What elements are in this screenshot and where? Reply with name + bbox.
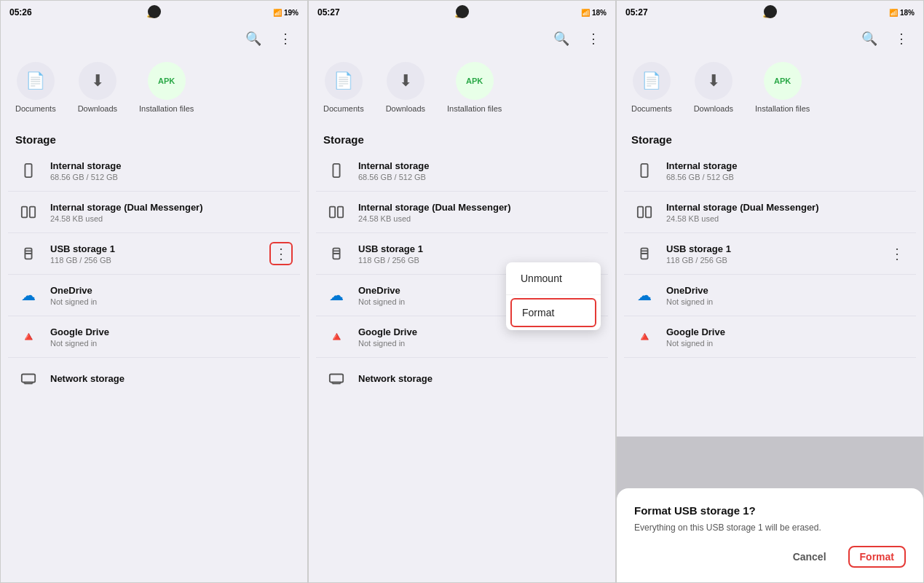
- context-menu-2: Unmount Format: [506, 262, 601, 330]
- menu-icon-1[interactable]: ⋮: [275, 28, 296, 49]
- storage-item-gdrive-3[interactable]: 🔺 Google Drive Not signed in: [624, 316, 916, 358]
- quick-access-2: 📄 Documents ⬇ Downloads APK Installation…: [309, 55, 615, 128]
- onedrive-icon-2: ☁: [323, 282, 350, 308]
- dual-icon-1: [15, 199, 42, 225]
- downloads-label-2: Downloads: [386, 104, 425, 113]
- storage-item-internal-1[interactable]: Internal storage 68.56 GB / 512 GB: [8, 150, 300, 192]
- status-time-1: 05:26: [9, 7, 32, 17]
- svg-rect-11: [638, 207, 643, 218]
- storage-list-3: Internal storage 68.56 GB / 512 GB Inter…: [617, 150, 923, 358]
- quick-item-downloads-3[interactable]: ⬇ Downloads: [694, 62, 733, 113]
- search-icon-3[interactable]: 🔍: [859, 28, 880, 49]
- storage-info-usb-1: USB storage 1 118 GB / 256 GB: [50, 243, 269, 265]
- svg-rect-0: [25, 164, 31, 177]
- storage-item-dual-2[interactable]: Internal storage (Dual Messenger) 24.58 …: [316, 192, 608, 233]
- cancel-button[interactable]: Cancel: [783, 546, 837, 568]
- camera-notch: [148, 5, 161, 18]
- svg-rect-9: [330, 375, 343, 383]
- quick-item-documents-3[interactable]: 📄 Documents: [631, 62, 672, 113]
- downloads-label-3: Downloads: [694, 104, 733, 113]
- downloads-icon-1: ⬇: [79, 62, 117, 100]
- installation-label-3: Installation files: [755, 104, 810, 113]
- quick-item-documents-1[interactable]: 📄 Documents: [15, 62, 56, 113]
- status-time-3: 05:27: [625, 7, 648, 17]
- storage-info-onedrive-1: OneDrive Not signed in: [50, 285, 293, 306]
- status-time-2: 05:27: [317, 7, 340, 17]
- storage-list-2: Internal storage 68.56 GB / 512 GB Inter…: [309, 150, 615, 399]
- documents-label-3: Documents: [631, 104, 672, 113]
- svg-rect-7: [338, 207, 343, 218]
- phone-screen-3: 05:27 🔔 📶 18% 🔍 ⋮ 📄 Documents ⬇ Download…: [616, 0, 924, 583]
- menu-icon-2[interactable]: ⋮: [583, 28, 604, 49]
- installation-icon-3: APK: [764, 62, 802, 100]
- onedrive-icon-3: ☁: [631, 282, 658, 308]
- top-bar-2: 🔍 ⋮: [309, 23, 615, 55]
- storage-item-dual-1[interactable]: Internal storage (Dual Messenger) 24.58 …: [8, 192, 300, 233]
- quick-item-documents-2[interactable]: 📄 Documents: [323, 62, 364, 113]
- storage-item-internal-3[interactable]: Internal storage 68.56 GB / 512 GB: [624, 150, 916, 192]
- quick-item-installation-3[interactable]: APK Installation files: [755, 62, 810, 113]
- installation-icon-2: APK: [456, 62, 494, 100]
- quick-item-downloads-1[interactable]: ⬇ Downloads: [78, 62, 117, 113]
- storage-list-1: Internal storage 68.56 GB / 512 GB Inter…: [1, 150, 307, 399]
- quick-access-3: 📄 Documents ⬇ Downloads APK Installation…: [617, 55, 923, 128]
- status-icons-2: 📶 18%: [581, 9, 607, 17]
- storage-item-gdrive-1[interactable]: 🔺 Google Drive Not signed in: [8, 316, 300, 358]
- search-icon-1[interactable]: 🔍: [243, 28, 264, 49]
- dialog-buttons: Cancel Format: [634, 546, 906, 568]
- usb-menu-button-1[interactable]: ⋮: [269, 242, 293, 265]
- gdrive-icon-2: 🔺: [323, 324, 350, 350]
- svg-rect-10: [641, 164, 647, 177]
- svg-rect-12: [646, 207, 651, 218]
- quick-access-1: 📄 Documents ⬇ Downloads APK Installation…: [1, 55, 307, 128]
- dual-icon-2: [323, 199, 350, 225]
- quick-item-installation-1[interactable]: APK Installation files: [139, 62, 194, 113]
- svg-rect-4: [22, 375, 35, 383]
- format-confirm-button[interactable]: Format: [848, 546, 906, 568]
- documents-icon-1: 📄: [17, 62, 55, 100]
- storage-item-network-2[interactable]: Network storage: [316, 358, 608, 399]
- storage-item-onedrive-3[interactable]: ☁ OneDrive Not signed in: [624, 275, 916, 316]
- storage-item-usb-2[interactable]: USB storage 1 118 GB / 256 GB Unmount Fo…: [316, 233, 608, 275]
- phone-icon-2: [323, 157, 350, 184]
- network-icon-1: [15, 365, 42, 391]
- unmount-option[interactable]: Unmount: [506, 262, 601, 295]
- gdrive-icon-1: 🔺: [15, 324, 42, 350]
- usb-menu-button-3[interactable]: ⋮: [885, 242, 909, 265]
- status-icons-3: 📶 18%: [889, 9, 915, 17]
- phone-screen-2: 05:27 🔔 📶 18% 🔍 ⋮ 📄 Documents ⬇ Download…: [308, 0, 616, 583]
- svg-rect-6: [330, 207, 335, 218]
- format-dialog: Format USB storage 1? Everything on this…: [617, 488, 923, 582]
- menu-icon-3[interactable]: ⋮: [891, 28, 912, 49]
- storage-title-3: Storage: [617, 128, 923, 150]
- installation-label-1: Installation files: [139, 104, 194, 113]
- status-icons-1: 📶 19%: [273, 9, 299, 17]
- documents-label-2: Documents: [323, 104, 364, 113]
- svg-rect-1: [22, 207, 27, 218]
- storage-item-internal-2[interactable]: Internal storage 68.56 GB / 512 GB: [316, 150, 608, 192]
- dialog-title: Format USB storage 1?: [634, 504, 906, 517]
- top-bar-3: 🔍 ⋮: [617, 23, 923, 55]
- network-icon-2: [323, 365, 350, 391]
- storage-item-dual-3[interactable]: Internal storage (Dual Messenger) 24.58 …: [624, 192, 916, 233]
- storage-item-network-1[interactable]: Network storage: [8, 358, 300, 399]
- onedrive-icon-1: ☁: [15, 282, 42, 308]
- format-option[interactable]: Format: [510, 298, 596, 327]
- usb-icon-3: [631, 240, 658, 267]
- storage-info-dual-1: Internal storage (Dual Messenger) 24.58 …: [50, 202, 293, 223]
- usb-icon-1: [15, 240, 42, 267]
- quick-item-downloads-2[interactable]: ⬇ Downloads: [386, 62, 425, 113]
- storage-title-2: Storage: [309, 128, 615, 150]
- installation-icon-1: APK: [148, 62, 186, 100]
- storage-item-usb-3[interactable]: USB storage 1 118 GB / 256 GB ⋮: [624, 233, 916, 275]
- storage-item-usb-1[interactable]: USB storage 1 118 GB / 256 GB ⋮: [8, 233, 300, 275]
- downloads-icon-3: ⬇: [695, 62, 733, 100]
- search-icon-2[interactable]: 🔍: [551, 28, 572, 49]
- camera-notch-2: [456, 5, 469, 18]
- storage-info-internal-1: Internal storage 68.56 GB / 512 GB: [50, 160, 293, 181]
- storage-info-network-1: Network storage: [50, 373, 293, 384]
- quick-item-installation-2[interactable]: APK Installation files: [447, 62, 502, 113]
- storage-item-onedrive-1[interactable]: ☁ OneDrive Not signed in: [8, 275, 300, 316]
- svg-rect-2: [30, 207, 35, 218]
- phone-icon-1: [15, 157, 42, 184]
